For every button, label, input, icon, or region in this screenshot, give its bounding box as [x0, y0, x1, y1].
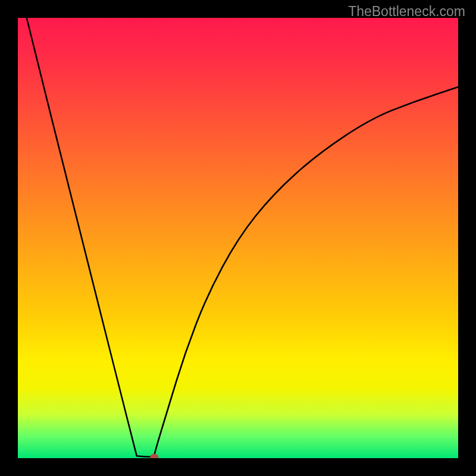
curve-svg — [18, 18, 458, 458]
chart-container: TheBottleneck.com — [0, 0, 476, 476]
bottleneck-curve — [27, 18, 458, 457]
watermark-text: TheBottleneck.com — [348, 4, 465, 20]
plot-area — [18, 18, 458, 458]
minimum-marker — [150, 454, 158, 458]
